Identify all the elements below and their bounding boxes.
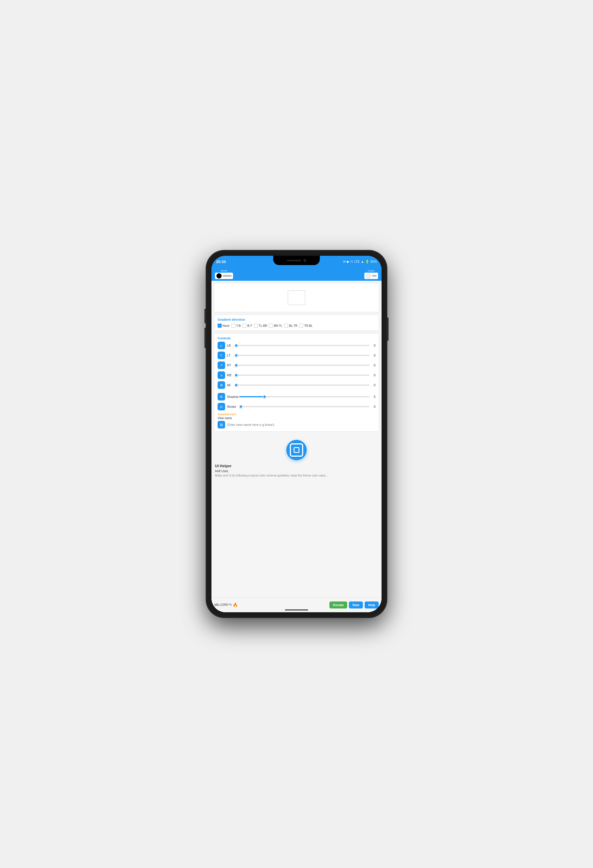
logo-area xyxy=(211,434,382,464)
notch xyxy=(273,256,320,265)
preview-card xyxy=(214,283,379,312)
view-name-grid-icon: ⊞ xyxy=(218,421,225,428)
notch-speaker xyxy=(286,260,301,261)
content-area: Gradient direction ✓ None T-B B-T xyxy=(211,281,382,612)
all-label: All xyxy=(227,383,233,387)
msg-icon: ✉ xyxy=(343,260,346,264)
gradient-trbl-label: TR-BL xyxy=(304,324,313,328)
view-name-input-row: ⊞ xyxy=(218,421,375,428)
checkbox-tb xyxy=(231,323,235,328)
all-icon-button[interactable]: ⊞ xyxy=(218,381,225,389)
rt-slider[interactable] xyxy=(235,365,370,366)
gradient-options-row: ✓ None T-B B-T TL- xyxy=(218,323,375,328)
all-slider[interactable] xyxy=(235,384,370,386)
brand-name: Milz (CRN™) xyxy=(214,603,232,607)
checkbox-bltr xyxy=(284,323,288,328)
gradient-option-bt[interactable]: B-T xyxy=(242,323,252,328)
shadow-slider[interactable] xyxy=(239,396,370,397)
shadow-icon-button[interactable]: ⚙ xyxy=(218,393,225,400)
rt-icon-button[interactable]: ↗ xyxy=(218,362,225,369)
gradient-option-bltr[interactable]: BL-TR xyxy=(284,323,297,328)
all-value: 0 xyxy=(371,383,375,387)
gradient-none-label: None xyxy=(223,324,230,328)
rb-arrow-icon: ↘ xyxy=(220,373,223,377)
lb-value: 0 xyxy=(371,344,375,347)
home-indicator xyxy=(285,609,308,611)
lt-arrow-icon: ↖ xyxy=(220,353,223,357)
ui-helper-description: Make and UI by following a layout color … xyxy=(215,474,378,477)
checkbox-trbl xyxy=(299,323,303,328)
control-row-lb: ↙ LB 0 xyxy=(218,342,375,349)
signal-icon: ▲ xyxy=(361,260,364,263)
ui-helper-section: UI Helper Hell User, Make and UI by foll… xyxy=(211,464,382,477)
rt-value: 0 xyxy=(371,363,375,367)
logo-inner-frame xyxy=(290,443,303,457)
help-button[interactable]: Help xyxy=(365,601,379,608)
gradient-option-brtl[interactable]: BR-TL xyxy=(269,323,282,328)
logo-inner-small xyxy=(294,447,299,453)
view-name-input[interactable] xyxy=(227,423,375,427)
rb-icon-button[interactable]: ↘ xyxy=(218,371,225,379)
all-grid-icon: ⊞ xyxy=(220,383,223,387)
stroke-value: 0 xyxy=(371,405,375,408)
play-icon: ▶ xyxy=(347,260,349,264)
stroke-hex-value: 000000 xyxy=(223,275,232,277)
fire-icon: 🔥 xyxy=(233,603,237,607)
control-row-shadow: ⚙ Shadow 5 xyxy=(218,393,375,400)
lb-arrow-icon: ↙ xyxy=(220,343,223,347)
power-button xyxy=(387,317,388,341)
control-row-rt: ↗ RT 0 xyxy=(218,362,375,369)
lt-value: 0 xyxy=(371,354,375,357)
stroke-section: Stroke 000000 xyxy=(215,269,233,279)
phone-screen-bezel: 20:34 ✉ ▶ ⊓ LTE ▲ 🔋 60% Stroke 000 xyxy=(211,256,382,612)
color1-button[interactable]: ### xyxy=(364,273,378,279)
shadow-label: Shadow xyxy=(227,395,237,399)
rt-arrow-icon: ↗ xyxy=(220,363,223,367)
gradient-brtl-label: BR-TL xyxy=(274,324,282,328)
screen: 20:34 ✉ ▶ ⊓ LTE ▲ 🔋 60% Stroke 000 xyxy=(211,256,382,612)
stroke-color-button[interactable]: 000000 xyxy=(215,273,233,279)
vol-up-button xyxy=(205,309,206,323)
rate-button[interactable]: Rate xyxy=(349,601,363,608)
gradient-tb-label: T-B xyxy=(236,324,241,328)
stroke-ring-icon: ◎ xyxy=(220,405,223,409)
lb-label: LB xyxy=(227,344,233,347)
gradient-option-tlbr[interactable]: TL-BR xyxy=(254,323,267,328)
status-icons: ✉ ▶ ⊓ LTE ▲ 🔋 60% xyxy=(343,260,377,264)
lb-icon-button[interactable]: ↙ xyxy=(218,342,225,349)
stroke-slider[interactable] xyxy=(239,406,370,407)
rb-label: RB xyxy=(227,373,233,377)
stroke-icon-button[interactable]: ◎ xyxy=(218,403,225,410)
stroke-label: Stroke xyxy=(220,269,227,272)
rt-label: RT xyxy=(227,363,233,367)
gradient-bt-label: B-T xyxy=(247,324,252,328)
stroke-color-circle xyxy=(217,273,222,279)
gradient-option-none[interactable]: ✓ None xyxy=(218,323,230,328)
checkbox-tlbr xyxy=(254,323,258,328)
battery-icon: 🔋 xyxy=(365,260,369,264)
controls-label: Controls xyxy=(218,337,375,340)
donate-button[interactable]: Donate xyxy=(329,601,347,608)
controls-section: Controls ↙ LB 0 xyxy=(214,333,379,432)
rb-value: 0 xyxy=(371,373,375,377)
color1-circle xyxy=(366,273,371,279)
checkbox-none: ✓ xyxy=(218,323,222,328)
rb-slider[interactable] xyxy=(235,375,370,376)
gradient-bltr-label: BL-TR xyxy=(289,324,297,328)
stroke-slider-label: Stroke xyxy=(227,405,237,408)
control-row-stroke: ◎ Stroke 0 xyxy=(218,403,375,410)
cast-icon: ⊓ xyxy=(350,260,353,264)
ui-helper-title: UI Helper xyxy=(215,464,378,468)
gradient-option-tb[interactable]: T-B xyxy=(231,323,241,328)
phone-device: 20:34 ✉ ▶ ⊓ LTE ▲ 🔋 60% Stroke 000 xyxy=(206,251,387,617)
lb-slider[interactable] xyxy=(235,345,370,346)
brand-section: Milz (CRN™) 🔥 xyxy=(214,603,327,607)
app-bar: Stroke 000000 Color1 ### xyxy=(211,267,382,281)
lt-slider[interactable] xyxy=(235,355,370,356)
gradient-option-trbl[interactable]: TR-BL xyxy=(299,323,313,328)
checkbox-brtl xyxy=(269,323,273,328)
advertisement-label: Advertisement xyxy=(218,413,375,416)
app-logo xyxy=(286,440,307,460)
lt-icon-button[interactable]: ↖ xyxy=(218,351,225,359)
shadow-value: 5 xyxy=(371,395,375,399)
